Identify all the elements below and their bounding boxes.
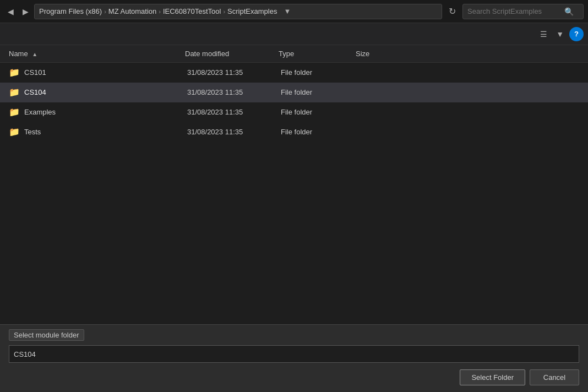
table-row[interactable]: 📁 Tests 31/08/2023 11:35 File folder <box>0 122 588 142</box>
file-name: CS104 <box>24 88 187 96</box>
view-toggle-button[interactable]: ☰ <box>537 28 551 41</box>
file-type: File folder <box>281 108 358 116</box>
file-name: CS101 <box>24 68 187 77</box>
breadcrumb-dropdown-button[interactable]: ▼ <box>281 6 293 17</box>
file-name: Tests <box>24 128 187 136</box>
forward-button[interactable]: ▶ <box>19 5 32 18</box>
file-type: File folder <box>281 128 358 136</box>
table-row[interactable]: 📁 CS104 31/08/2023 11:35 File folder <box>0 83 588 102</box>
folder-icon: 📁 <box>9 127 20 137</box>
breadcrumb-sep-2: › <box>159 8 161 15</box>
sort-icon: ▲ <box>32 51 37 57</box>
file-type: File folder <box>281 68 358 77</box>
select-folder-button[interactable]: Select Folder <box>460 369 525 385</box>
search-icon: 🔍 <box>564 7 574 16</box>
button-row: Select Folder Cancel <box>0 367 588 392</box>
breadcrumb-part-1[interactable]: Program Files (x86) <box>39 7 102 15</box>
file-date: 31/08/2023 11:35 <box>187 68 281 77</box>
file-type: File folder <box>281 88 358 96</box>
breadcrumb-part-2[interactable]: MZ Automation <box>108 7 156 15</box>
folder-icon: 📁 <box>9 107 20 117</box>
folder-icon: 📁 <box>9 67 20 78</box>
view-dropdown-button[interactable]: ▼ <box>553 28 567 41</box>
toolbar: ☰ ▼ ? <box>0 23 588 45</box>
bottom-section: Select module folder Select Folder Cance… <box>0 324 588 392</box>
navigation-bar: ◀ ▶ Program Files (x86) › MZ Automation … <box>0 0 588 23</box>
cancel-button[interactable]: Cancel <box>530 369 579 385</box>
dropdown-icon: ▼ <box>556 30 564 39</box>
file-name: Examples <box>24 108 187 116</box>
breadcrumb-sep-3: › <box>223 8 225 15</box>
search-box: 🔍 <box>462 4 584 19</box>
folder-label: Select module folder <box>9 329 84 341</box>
view-icon: ☰ <box>540 30 547 39</box>
breadcrumb-part-3[interactable]: IEC60870TestTool <box>163 7 221 15</box>
column-header-size[interactable]: Size <box>356 50 400 58</box>
file-date: 31/08/2023 11:35 <box>187 108 281 116</box>
folder-input-row <box>0 343 588 367</box>
folder-icon: 📁 <box>9 87 20 97</box>
column-header-date[interactable]: Date modified <box>185 50 279 58</box>
column-header-name[interactable]: Name ▲ <box>9 50 185 58</box>
file-date: 31/08/2023 11:35 <box>187 128 281 136</box>
breadcrumb-path: Program Files (x86) › MZ Automation › IE… <box>34 4 442 19</box>
refresh-button[interactable]: ↻ <box>444 4 460 19</box>
column-header-type[interactable]: Type <box>279 50 356 58</box>
column-headers: Name ▲ Date modified Type Size <box>0 45 588 63</box>
folder-path-input[interactable] <box>9 345 579 363</box>
search-input[interactable] <box>467 7 561 15</box>
table-row[interactable]: 📁 Examples 31/08/2023 11:35 File folder <box>0 102 588 122</box>
folder-label-bar: Select module folder <box>0 325 588 343</box>
breadcrumb-part-4[interactable]: ScriptExamples <box>227 7 277 15</box>
file-date: 31/08/2023 11:35 <box>187 88 281 96</box>
table-row[interactable]: 📁 CS101 31/08/2023 11:35 File folder <box>0 63 588 83</box>
breadcrumb-sep-1: › <box>104 8 106 15</box>
back-button[interactable]: ◀ <box>4 5 17 18</box>
help-button[interactable]: ? <box>569 27 584 41</box>
